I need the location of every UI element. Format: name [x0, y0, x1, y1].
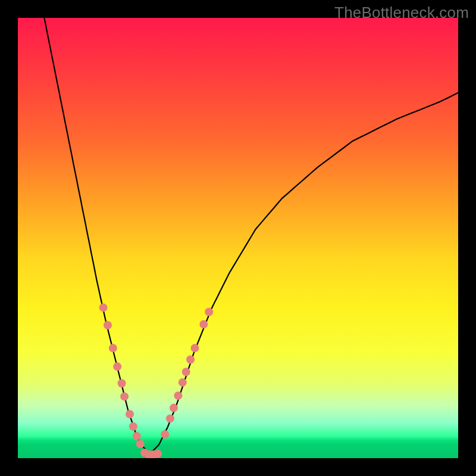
curve-right [150, 93, 458, 454]
data-marker [120, 392, 129, 400]
watermark-text: TheBottleneck.com [334, 4, 469, 22]
data-marker [182, 368, 190, 376]
data-marker [161, 430, 169, 439]
data-marker [191, 344, 199, 352]
data-marker [126, 410, 134, 418]
data-marker [136, 440, 145, 448]
data-marker [174, 392, 182, 400]
data-marker [170, 404, 178, 412]
plot-area [18, 18, 458, 458]
data-marker [129, 422, 137, 431]
markers-group [99, 303, 214, 458]
data-marker [109, 344, 117, 352]
data-marker [205, 308, 213, 316]
data-marker [104, 321, 112, 330]
curve-left [44, 18, 150, 454]
data-marker [118, 379, 126, 387]
data-marker [199, 320, 208, 328]
data-marker [178, 378, 187, 387]
data-marker [154, 450, 162, 458]
data-marker [133, 432, 141, 440]
chart-frame: TheBottleneck.com [0, 0, 476, 476]
data-marker [166, 414, 174, 422]
chart-svg [18, 18, 458, 458]
data-marker [113, 362, 121, 371]
data-marker [99, 303, 108, 312]
data-marker [186, 355, 195, 364]
